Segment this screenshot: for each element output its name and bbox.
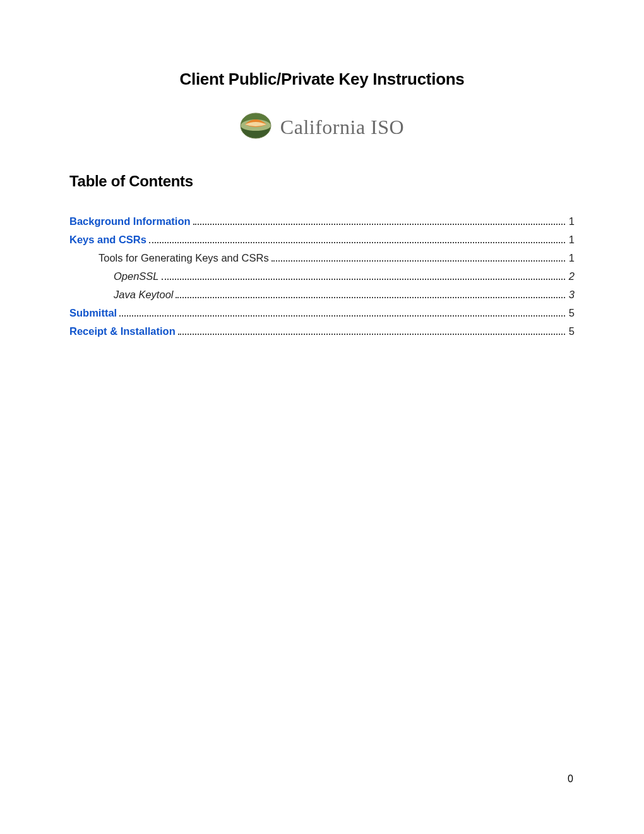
toc-label: Background Information	[69, 215, 191, 227]
toc-leader	[176, 289, 564, 298]
toc-entry[interactable]: Java Keytool 3	[69, 289, 575, 301]
toc-leader	[119, 307, 565, 317]
toc-heading: Table of Contents	[69, 172, 575, 190]
toc-entry[interactable]: Submittal 5	[69, 307, 575, 319]
toc-leader	[178, 325, 565, 335]
logo: California ISO	[69, 112, 575, 142]
toc-leader	[193, 215, 565, 225]
toc-page-number: 3	[568, 289, 575, 301]
toc-label: OpenSSL	[114, 270, 159, 282]
toc-page-number: 1	[568, 234, 575, 246]
page-number: 0	[568, 773, 573, 785]
toc-label: Java Keytool	[114, 289, 173, 301]
document-page: Client Public/Private Key Instructions C…	[0, 0, 644, 834]
caiso-logo-icon	[240, 112, 271, 142]
logo-text: California ISO	[280, 116, 404, 139]
toc-label: Submittal	[69, 307, 117, 319]
toc-label: Tools for Generating Keys and CSRs	[98, 252, 269, 264]
toc-leader	[149, 234, 565, 243]
toc-page-number: 5	[568, 307, 575, 319]
toc-label: Receipt & Installation	[69, 325, 176, 337]
toc-entry[interactable]: Receipt & Installation 5	[69, 325, 575, 337]
toc-label: Keys and CSRs	[69, 234, 146, 246]
toc-page-number: 2	[568, 270, 575, 282]
document-title: Client Public/Private Key Instructions	[69, 70, 575, 89]
toc-entry[interactable]: Tools for Generating Keys and CSRs 1	[69, 252, 575, 264]
toc-entry[interactable]: Keys and CSRs 1	[69, 234, 575, 246]
table-of-contents: Background Information 1 Keys and CSRs 1…	[69, 215, 575, 337]
toc-leader	[162, 270, 565, 280]
toc-entry[interactable]: Background Information 1	[69, 215, 575, 227]
toc-page-number: 1	[568, 215, 575, 227]
toc-page-number: 5	[568, 325, 575, 337]
toc-entry[interactable]: OpenSSL 2	[69, 270, 575, 282]
toc-leader	[271, 252, 565, 262]
toc-page-number: 1	[568, 252, 575, 264]
